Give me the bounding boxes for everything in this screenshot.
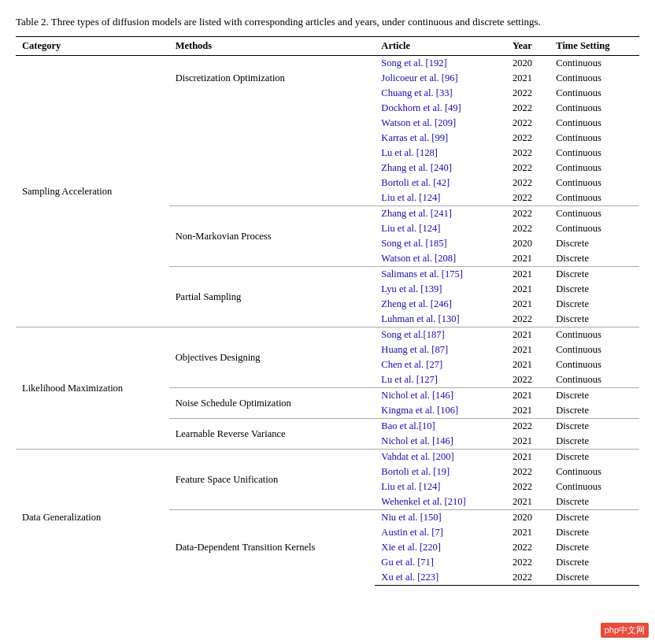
year-cell: 2021 <box>506 328 550 343</box>
time-setting-cell: Continuous <box>550 146 639 161</box>
time-setting-cell: Discrete <box>550 555 639 570</box>
time-setting-cell: Discrete <box>550 525 639 540</box>
header-row: Category Methods Article Year Time Setti… <box>16 37 639 56</box>
time-setting-cell: Discrete <box>550 282 639 297</box>
article-cell: Xu et al. [223] <box>375 570 506 586</box>
time-setting-cell: Continuous <box>550 116 639 131</box>
year-cell: 2021 <box>506 525 550 540</box>
time-setting-cell: Discrete <box>550 236 639 251</box>
time-setting-cell: Continuous <box>550 464 639 479</box>
year-cell: 2022 <box>506 176 550 191</box>
category-cell: Sampling Acceleration <box>16 56 169 328</box>
year-cell: 2022 <box>506 419 550 435</box>
article-cell: Dockhorn et al. [49] <box>375 101 506 116</box>
article-cell: Chen et al. [27] <box>375 357 506 372</box>
article-cell: Zheng et al. [246] <box>375 297 506 312</box>
time-setting-cell: Continuous <box>550 176 639 191</box>
article-cell: Wehenkel et al. [210] <box>375 494 506 510</box>
time-setting-cell: Continuous <box>550 86 639 101</box>
article-cell: Liu et al. [124] <box>375 221 506 236</box>
time-setting-cell: Continuous <box>550 206 639 222</box>
article-cell: Liu et al. [124] <box>375 479 506 494</box>
article-cell: Song et al. [192] <box>375 56 506 72</box>
category-cell: Likelihood Maximization <box>16 328 169 450</box>
article-cell: Chuang et al. [33] <box>375 86 506 101</box>
year-cell: 2022 <box>506 101 550 116</box>
time-setting-cell: Continuous <box>550 131 639 146</box>
time-setting-cell: Continuous <box>550 71 639 86</box>
article-cell: Nichol et al. [146] <box>375 434 506 450</box>
article-cell: Song et al.[187] <box>375 328 506 343</box>
article-cell: Zhang et al. [240] <box>375 161 506 176</box>
table-row: Data GeneralizationFeature Space Unifica… <box>16 450 639 465</box>
method-cell: Data-Dependent Transition Kernels <box>169 510 376 586</box>
article-cell: Karras et al. [99] <box>375 131 506 146</box>
time-setting-cell: Discrete <box>550 494 639 510</box>
time-setting-cell: Discrete <box>550 388 639 404</box>
year-cell: 2022 <box>506 221 550 236</box>
table-row: Likelihood MaximizationObjectives Design… <box>16 328 639 343</box>
article-cell: Salimans et al. [175] <box>375 267 506 283</box>
year-cell: 2022 <box>506 191 550 206</box>
year-cell: 2021 <box>506 282 550 297</box>
article-cell: Bortoli et al. [42] <box>375 176 506 191</box>
article-cell: Kingma et al. [106] <box>375 403 506 419</box>
time-setting-cell: Discrete <box>550 403 639 419</box>
year-cell: 2022 <box>506 570 550 586</box>
time-setting-cell: Continuous <box>550 56 639 72</box>
year-cell: 2021 <box>506 251 550 267</box>
time-setting-cell: Discrete <box>550 419 639 435</box>
time-setting-cell: Continuous <box>550 479 639 494</box>
time-setting-cell: Discrete <box>550 297 639 312</box>
year-cell: 2021 <box>506 403 550 419</box>
year-cell: 2021 <box>506 267 550 283</box>
category-cell: Data Generalization <box>16 450 169 586</box>
method-cell: Objectives Designing <box>169 328 376 388</box>
year-cell: 2021 <box>506 297 550 312</box>
year-cell: 2022 <box>506 206 550 222</box>
col-article: Article <box>375 37 506 56</box>
article-cell: Lyu et al. [139] <box>375 282 506 297</box>
year-cell: 2022 <box>506 372 550 388</box>
method-cell: Feature Space Unification <box>169 450 376 510</box>
year-cell: 2021 <box>506 388 550 404</box>
year-cell: 2022 <box>506 464 550 479</box>
time-setting-cell: Discrete <box>550 540 639 555</box>
article-cell: Xie et al. [220] <box>375 540 506 555</box>
method-cell: Learnable Reverse Variance <box>169 419 376 450</box>
year-cell: 2020 <box>506 236 550 251</box>
col-category: Category <box>16 37 169 56</box>
col-year: Year <box>506 37 550 56</box>
year-cell: 2022 <box>506 146 550 161</box>
method-cell: Discretization Optimization <box>169 56 376 102</box>
year-cell: 2021 <box>506 450 550 465</box>
article-cell: Niu et al. [150] <box>375 510 506 526</box>
article-cell: Jolicoeur et al. [96] <box>375 71 506 86</box>
method-cell <box>169 101 376 206</box>
year-cell: 2022 <box>506 555 550 570</box>
time-setting-cell: Discrete <box>550 434 639 450</box>
article-cell: Watson et al. [208] <box>375 251 506 267</box>
year-cell: 2022 <box>506 116 550 131</box>
year-cell: 2021 <box>506 357 550 372</box>
time-setting-cell: Continuous <box>550 357 639 372</box>
article-cell: Vahdat et al. [200] <box>375 450 506 465</box>
article-cell: Gu et al. [71] <box>375 555 506 570</box>
article-cell: Zhang et al. [241] <box>375 206 506 222</box>
method-cell: Noise Schedule Optimization <box>169 388 376 419</box>
year-cell: 2021 <box>506 71 550 86</box>
time-setting-cell: Discrete <box>550 267 639 283</box>
col-methods: Methods <box>169 37 376 56</box>
main-table: Category Methods Article Year Time Setti… <box>16 36 639 586</box>
method-cell: Non-Markovian Process <box>169 206 376 267</box>
year-cell: 2020 <box>506 510 550 526</box>
article-cell: Song et al. [185] <box>375 236 506 251</box>
year-cell: 2022 <box>506 161 550 176</box>
time-setting-cell: Continuous <box>550 372 639 388</box>
article-cell: Bortoli et al. [19] <box>375 464 506 479</box>
table-caption: Table 2. Three types of diffusion models… <box>16 16 639 28</box>
time-setting-cell: Continuous <box>550 328 639 343</box>
year-cell: 2022 <box>506 312 550 328</box>
year-cell: 2022 <box>506 131 550 146</box>
time-setting-cell: Discrete <box>550 570 639 586</box>
